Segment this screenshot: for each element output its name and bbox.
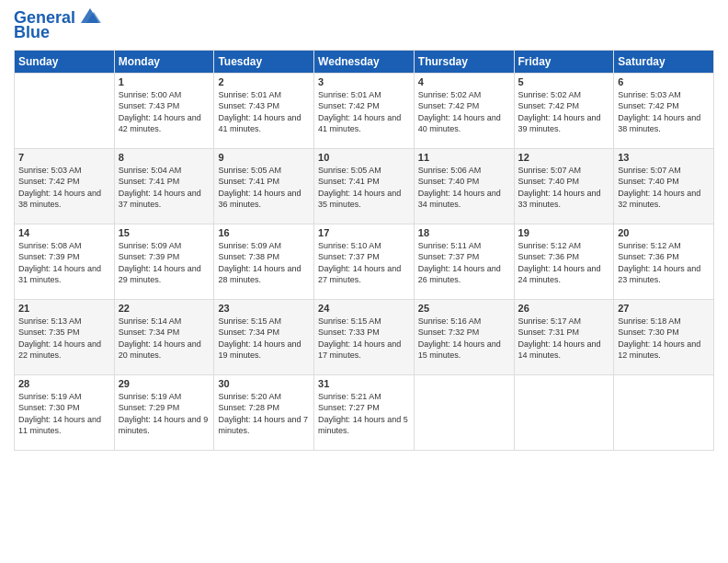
- cell-info: Sunrise: 5:21 AMSunset: 7:27 PMDaylight:…: [318, 391, 410, 437]
- calendar-cell-w0-d6: 6 Sunrise: 5:03 AMSunset: 7:42 PMDayligh…: [614, 73, 714, 148]
- calendar-table: SundayMondayTuesdayWednesdayThursdayFrid…: [14, 50, 714, 451]
- logo: General Blue: [14, 9, 103, 42]
- day-number: 12: [518, 152, 610, 163]
- cell-info: Sunrise: 5:04 AMSunset: 7:41 PMDaylight:…: [119, 165, 210, 211]
- cell-info: Sunrise: 5:01 AMSunset: 7:43 PMDaylight:…: [218, 89, 310, 135]
- cell-info: Sunrise: 5:02 AMSunset: 7:42 PMDaylight:…: [418, 89, 510, 135]
- col-header-thursday: Thursday: [414, 50, 514, 73]
- cell-info: Sunrise: 5:15 AMSunset: 7:34 PMDaylight:…: [218, 316, 310, 362]
- calendar-cell-w4-d3: 31 Sunrise: 5:21 AMSunset: 7:27 PMDaylig…: [314, 374, 415, 450]
- calendar-cell-w1-d3: 10 Sunrise: 5:05 AMSunset: 7:41 PMDaylig…: [314, 148, 415, 224]
- cell-info: Sunrise: 5:10 AMSunset: 7:37 PMDaylight:…: [318, 240, 410, 286]
- page-container: General Blue SundayMondayTuesdayWednesda…: [0, 0, 728, 460]
- calendar-cell-w3-d5: 26 Sunrise: 5:17 AMSunset: 7:31 PMDaylig…: [514, 299, 614, 374]
- day-number: 6: [618, 76, 710, 87]
- calendar-cell-w1-d4: 11 Sunrise: 5:06 AMSunset: 7:40 PMDaylig…: [414, 148, 514, 224]
- day-number: 18: [418, 227, 510, 238]
- calendar-cell-w0-d0: [15, 73, 115, 148]
- cell-info: Sunrise: 5:03 AMSunset: 7:42 PMDaylight:…: [618, 89, 710, 135]
- day-number: 21: [18, 303, 110, 314]
- cell-info: Sunrise: 5:08 AMSunset: 7:39 PMDaylight:…: [18, 240, 110, 286]
- day-number: 1: [119, 76, 210, 87]
- calendar-cell-w2-d0: 14 Sunrise: 5:08 AMSunset: 7:39 PMDaylig…: [15, 224, 115, 299]
- logo-icon: [77, 6, 103, 27]
- cell-info: Sunrise: 5:13 AMSunset: 7:35 PMDaylight:…: [18, 316, 110, 362]
- cell-info: Sunrise: 5:19 AMSunset: 7:29 PMDaylight:…: [119, 391, 210, 437]
- calendar-cell-w1-d5: 12 Sunrise: 5:07 AMSunset: 7:40 PMDaylig…: [514, 148, 614, 224]
- calendar-cell-w2-d5: 19 Sunrise: 5:12 AMSunset: 7:36 PMDaylig…: [514, 224, 614, 299]
- day-number: 8: [119, 152, 210, 163]
- calendar-cell-w3-d2: 23 Sunrise: 5:15 AMSunset: 7:34 PMDaylig…: [214, 299, 314, 374]
- col-header-monday: Monday: [114, 50, 214, 73]
- day-number: 26: [518, 303, 610, 314]
- calendar-cell-w3-d6: 27 Sunrise: 5:18 AMSunset: 7:30 PMDaylig…: [614, 299, 714, 374]
- calendar-cell-w4-d6: [614, 374, 714, 450]
- day-number: 9: [218, 152, 310, 163]
- day-number: 7: [18, 152, 110, 163]
- cell-info: Sunrise: 5:05 AMSunset: 7:41 PMDaylight:…: [218, 165, 310, 211]
- calendar-cell-w0-d2: 2 Sunrise: 5:01 AMSunset: 7:43 PMDayligh…: [214, 73, 314, 148]
- cell-info: Sunrise: 5:01 AMSunset: 7:42 PMDaylight:…: [318, 89, 410, 135]
- calendar-cell-w4-d0: 28 Sunrise: 5:19 AMSunset: 7:30 PMDaylig…: [15, 374, 115, 450]
- cell-info: Sunrise: 5:05 AMSunset: 7:41 PMDaylight:…: [318, 165, 410, 211]
- cell-info: Sunrise: 5:11 AMSunset: 7:37 PMDaylight:…: [418, 240, 510, 286]
- cell-info: Sunrise: 5:17 AMSunset: 7:31 PMDaylight:…: [518, 316, 610, 362]
- cell-info: Sunrise: 5:18 AMSunset: 7:30 PMDaylight:…: [618, 316, 710, 362]
- calendar-cell-w2-d1: 15 Sunrise: 5:09 AMSunset: 7:39 PMDaylig…: [114, 224, 214, 299]
- col-header-saturday: Saturday: [614, 50, 714, 73]
- cell-info: Sunrise: 5:03 AMSunset: 7:42 PMDaylight:…: [18, 165, 110, 211]
- day-number: 17: [318, 227, 410, 238]
- calendar-cell-w0-d5: 5 Sunrise: 5:02 AMSunset: 7:42 PMDayligh…: [514, 73, 614, 148]
- day-number: 30: [218, 378, 310, 389]
- day-number: 13: [618, 152, 710, 163]
- day-number: 22: [119, 303, 210, 314]
- day-number: 14: [18, 227, 110, 238]
- cell-info: Sunrise: 5:15 AMSunset: 7:33 PMDaylight:…: [318, 316, 410, 362]
- cell-info: Sunrise: 5:19 AMSunset: 7:30 PMDaylight:…: [18, 391, 110, 437]
- day-number: 27: [618, 303, 710, 314]
- calendar-cell-w3-d4: 25 Sunrise: 5:16 AMSunset: 7:32 PMDaylig…: [414, 299, 514, 374]
- cell-info: Sunrise: 5:20 AMSunset: 7:28 PMDaylight:…: [218, 391, 310, 437]
- col-header-wednesday: Wednesday: [314, 50, 415, 73]
- calendar-cell-w2-d3: 17 Sunrise: 5:10 AMSunset: 7:37 PMDaylig…: [314, 224, 415, 299]
- cell-info: Sunrise: 5:07 AMSunset: 7:40 PMDaylight:…: [618, 165, 710, 211]
- calendar-cell-w3-d3: 24 Sunrise: 5:15 AMSunset: 7:33 PMDaylig…: [314, 299, 415, 374]
- day-number: 2: [218, 76, 310, 87]
- day-number: 19: [518, 227, 610, 238]
- day-number: 31: [318, 378, 410, 389]
- day-number: 4: [418, 76, 510, 87]
- cell-info: Sunrise: 5:16 AMSunset: 7:32 PMDaylight:…: [418, 316, 510, 362]
- cell-info: Sunrise: 5:06 AMSunset: 7:40 PMDaylight:…: [418, 165, 510, 211]
- calendar-cell-w4-d4: [414, 374, 514, 450]
- col-header-friday: Friday: [514, 50, 614, 73]
- cell-info: Sunrise: 5:09 AMSunset: 7:38 PMDaylight:…: [218, 240, 310, 286]
- calendar-cell-w0-d4: 4 Sunrise: 5:02 AMSunset: 7:42 PMDayligh…: [414, 73, 514, 148]
- cell-info: Sunrise: 5:00 AMSunset: 7:43 PMDaylight:…: [119, 89, 210, 135]
- calendar-cell-w0-d3: 3 Sunrise: 5:01 AMSunset: 7:42 PMDayligh…: [314, 73, 415, 148]
- calendar-cell-w1-d6: 13 Sunrise: 5:07 AMSunset: 7:40 PMDaylig…: [614, 148, 714, 224]
- col-header-sunday: Sunday: [15, 50, 115, 73]
- day-number: 15: [119, 227, 210, 238]
- calendar-cell-w2-d6: 20 Sunrise: 5:12 AMSunset: 7:36 PMDaylig…: [614, 224, 714, 299]
- cell-info: Sunrise: 5:02 AMSunset: 7:42 PMDaylight:…: [518, 89, 610, 135]
- day-number: 24: [318, 303, 410, 314]
- cell-info: Sunrise: 5:12 AMSunset: 7:36 PMDaylight:…: [618, 240, 710, 286]
- col-header-tuesday: Tuesday: [214, 50, 314, 73]
- day-number: 20: [618, 227, 710, 238]
- calendar-cell-w3-d0: 21 Sunrise: 5:13 AMSunset: 7:35 PMDaylig…: [15, 299, 115, 374]
- cell-info: Sunrise: 5:14 AMSunset: 7:34 PMDaylight:…: [119, 316, 210, 362]
- day-number: 25: [418, 303, 510, 314]
- day-number: 23: [218, 303, 310, 314]
- calendar-cell-w4-d2: 30 Sunrise: 5:20 AMSunset: 7:28 PMDaylig…: [214, 374, 314, 450]
- cell-info: Sunrise: 5:09 AMSunset: 7:39 PMDaylight:…: [119, 240, 210, 286]
- calendar-cell-w4-d1: 29 Sunrise: 5:19 AMSunset: 7:29 PMDaylig…: [114, 374, 214, 450]
- calendar-cell-w1-d2: 9 Sunrise: 5:05 AMSunset: 7:41 PMDayligh…: [214, 148, 314, 224]
- calendar-cell-w2-d4: 18 Sunrise: 5:11 AMSunset: 7:37 PMDaylig…: [414, 224, 514, 299]
- day-number: 11: [418, 152, 510, 163]
- cell-info: Sunrise: 5:07 AMSunset: 7:40 PMDaylight:…: [518, 165, 610, 211]
- calendar-cell-w3-d1: 22 Sunrise: 5:14 AMSunset: 7:34 PMDaylig…: [114, 299, 214, 374]
- day-number: 16: [218, 227, 310, 238]
- cell-info: Sunrise: 5:12 AMSunset: 7:36 PMDaylight:…: [518, 240, 610, 286]
- page-header: General Blue: [14, 9, 714, 42]
- day-number: 29: [119, 378, 210, 389]
